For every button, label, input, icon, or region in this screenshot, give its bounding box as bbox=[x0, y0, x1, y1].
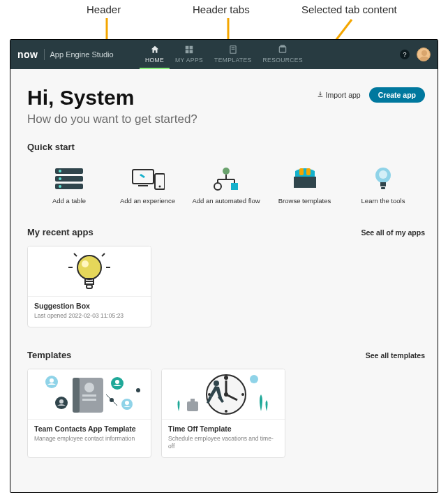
svg-line-46 bbox=[102, 253, 105, 256]
svg-rect-22 bbox=[138, 185, 148, 186]
app-header: now App Engine Studio HOME MY APPS TEMP bbox=[10, 40, 438, 69]
tab-templates[interactable]: TEMPLATES bbox=[209, 40, 257, 69]
svg-rect-42 bbox=[87, 285, 92, 288]
svg-point-68 bbox=[241, 393, 244, 396]
svg-rect-48 bbox=[73, 378, 80, 413]
see-all-templates-link[interactable]: See all templates bbox=[366, 351, 425, 360]
svg-point-55 bbox=[59, 399, 64, 404]
page-subtitle: How do you want to get started? bbox=[27, 112, 197, 126]
card-title: Team Contacts App Template bbox=[34, 425, 144, 433]
table-icon bbox=[52, 166, 86, 191]
svg-point-25 bbox=[223, 168, 230, 175]
svg-rect-73 bbox=[191, 399, 195, 401]
tab-my-apps[interactable]: MY APPS bbox=[170, 40, 209, 69]
tab-content-home: Hi, System How do you want to get starte… bbox=[10, 69, 438, 492]
import-label: Import app bbox=[326, 91, 361, 99]
svg-rect-8 bbox=[186, 50, 189, 53]
tab-label: TEMPLATES bbox=[214, 57, 252, 64]
svg-rect-14 bbox=[281, 45, 285, 47]
svg-point-59 bbox=[125, 401, 129, 405]
create-app-button[interactable]: Create app bbox=[369, 87, 425, 103]
qs-label: Add an automated flow bbox=[192, 197, 260, 205]
svg-point-66 bbox=[224, 392, 228, 397]
qs-label: Add an experience bbox=[120, 197, 175, 205]
svg-point-62 bbox=[136, 388, 140, 392]
svg-rect-72 bbox=[187, 401, 198, 411]
studio-name: App Engine Studio bbox=[50, 50, 114, 59]
experience-icon bbox=[131, 166, 165, 191]
svg-point-53 bbox=[50, 378, 54, 383]
svg-line-45 bbox=[74, 253, 77, 256]
svg-point-35 bbox=[379, 170, 387, 179]
recent-apps-title: My recent apps bbox=[27, 227, 94, 237]
template-card[interactable]: Time Off Template Schedule employee vaca… bbox=[161, 369, 285, 458]
download-icon bbox=[317, 91, 324, 99]
qs-label: Browse templates bbox=[278, 197, 331, 205]
svg-rect-51 bbox=[82, 399, 96, 401]
recent-apps-row: Suggestion Box Last opened 2022-02-03 11… bbox=[27, 246, 425, 327]
svg-point-71 bbox=[214, 381, 219, 386]
svg-point-57 bbox=[115, 380, 119, 384]
app-window: now App Engine Studio HOME MY APPS TEMP bbox=[10, 39, 438, 493]
qs-add-table[interactable]: Add a table bbox=[34, 166, 104, 205]
tab-resources[interactable]: RESOURCES bbox=[257, 40, 308, 69]
header-tabs: HOME MY APPS TEMPLATES RESOURCES bbox=[140, 40, 308, 69]
templates-icon bbox=[288, 166, 322, 191]
svg-point-74 bbox=[250, 375, 258, 383]
qs-label: Learn the tools bbox=[361, 197, 405, 205]
svg-point-18 bbox=[59, 170, 61, 172]
app-thumb bbox=[28, 246, 151, 297]
app-card[interactable]: Suggestion Box Last opened 2022-02-03 11… bbox=[27, 246, 151, 327]
svg-point-24 bbox=[158, 186, 160, 188]
template-card[interactable]: Team Contacts App Template Manage employ… bbox=[27, 369, 151, 458]
card-meta: Last opened 2022-02-03 11:05:23 bbox=[34, 312, 144, 320]
tab-label: MY APPS bbox=[175, 57, 203, 64]
help-button[interactable]: ? bbox=[400, 50, 410, 59]
svg-rect-6 bbox=[186, 45, 189, 49]
logo: now bbox=[17, 49, 38, 60]
see-all-apps-link[interactable]: See all of my apps bbox=[361, 228, 425, 237]
template-thumb bbox=[28, 369, 151, 420]
qs-add-flow[interactable]: Add an automated flow bbox=[191, 166, 261, 205]
svg-point-30 bbox=[214, 183, 221, 190]
apps-icon bbox=[184, 45, 194, 56]
svg-rect-50 bbox=[82, 394, 96, 397]
svg-point-20 bbox=[59, 185, 61, 188]
qs-add-experience[interactable]: Add an experience bbox=[113, 166, 183, 205]
tab-home[interactable]: HOME bbox=[140, 40, 170, 69]
svg-point-49 bbox=[84, 383, 94, 392]
svg-point-39 bbox=[82, 260, 89, 267]
annotation-tabs: Header tabs bbox=[193, 3, 250, 15]
svg-rect-9 bbox=[190, 50, 193, 53]
bulb-icon bbox=[366, 166, 400, 191]
quick-start-title: Quick start bbox=[27, 142, 425, 152]
resources-icon bbox=[278, 45, 288, 56]
page-title: Hi, System bbox=[27, 86, 197, 110]
card-meta: Manage employee contact information bbox=[34, 435, 144, 443]
svg-rect-33 bbox=[306, 168, 311, 175]
home-icon bbox=[150, 45, 160, 56]
flow-icon bbox=[209, 166, 243, 191]
templates-row: Team Contacts App Template Manage employ… bbox=[27, 369, 425, 458]
svg-rect-31 bbox=[231, 183, 238, 190]
svg-point-70 bbox=[225, 410, 227, 413]
qs-learn-tools[interactable]: Learn the tools bbox=[348, 166, 418, 205]
svg-rect-37 bbox=[381, 187, 385, 189]
svg-rect-13 bbox=[280, 46, 286, 52]
tab-label: RESOURCES bbox=[263, 57, 303, 64]
svg-point-19 bbox=[59, 177, 61, 180]
annotation-header: Header bbox=[87, 3, 121, 15]
qs-browse-templates[interactable]: Browse templates bbox=[270, 166, 340, 205]
templates-title: Templates bbox=[27, 350, 71, 360]
svg-point-67 bbox=[224, 376, 228, 380]
template-thumb bbox=[162, 369, 285, 420]
card-title: Suggestion Box bbox=[34, 302, 144, 310]
card-title: Time Off Template bbox=[168, 425, 278, 433]
svg-line-61 bbox=[106, 394, 117, 406]
import-app-link[interactable]: Import app bbox=[317, 91, 361, 99]
svg-rect-7 bbox=[190, 45, 193, 49]
quick-start-row: Add a table Add an experience Add an aut… bbox=[27, 166, 425, 205]
tab-label: HOME bbox=[145, 57, 164, 64]
avatar[interactable] bbox=[417, 47, 431, 61]
divider bbox=[44, 49, 45, 60]
